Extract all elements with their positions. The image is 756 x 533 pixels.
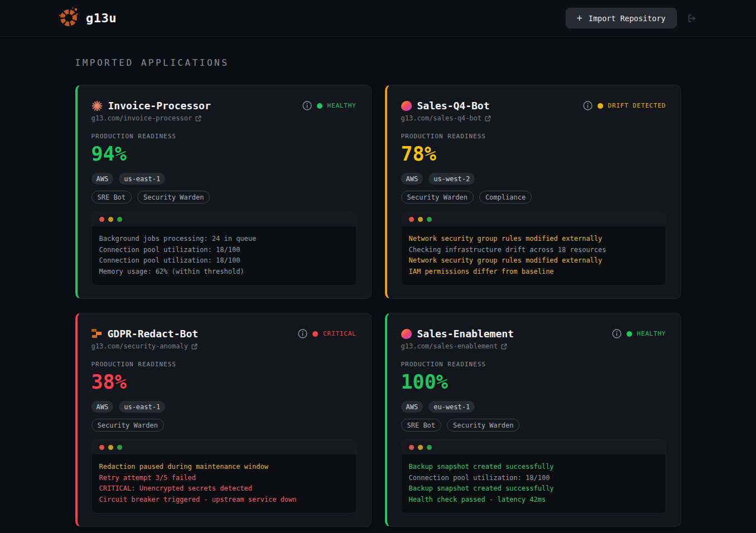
infra-tags: AWSus-east-1	[92, 173, 357, 185]
agent-tags: SRE BotSecurity Warden	[401, 419, 666, 432]
external-link-icon	[195, 115, 201, 122]
readiness-value: 78%	[401, 142, 666, 166]
gradient-blob-icon	[401, 101, 412, 111]
app-url-link[interactable]: g13.com/security-anomaly	[92, 342, 198, 350]
terminal-red-dot-icon	[99, 217, 104, 222]
infra-tag: us-east-1	[119, 401, 165, 413]
infra-tags: AWSeu-west-1	[401, 401, 666, 413]
agent-tag: Compliance	[479, 191, 532, 203]
terminal-log-line: Health check passed - latency 42ms	[409, 495, 658, 506]
agent-tag: Security Warden	[92, 419, 164, 432]
app-url-link[interactable]: g13.com/invoice-processor	[92, 114, 202, 122]
app-name: Sales-Q4-Bot	[417, 100, 490, 112]
info-icon[interactable]	[298, 329, 307, 338]
agent-tags: Security WardenCompliance	[401, 191, 666, 203]
brand[interactable]: G g13u	[58, 7, 117, 30]
infra-tags: AWSus-east-1	[92, 401, 357, 413]
terminal-log-line: Backup snapshot created successfully	[409, 483, 658, 495]
status-dot	[627, 331, 632, 337]
terminal-log-line: Circuit breaker triggered - upstream ser…	[99, 495, 349, 506]
app-url-text: g13.com/security-anomaly	[92, 342, 188, 350]
agent-tag: SRE Bot	[92, 191, 132, 203]
app-card: Sales-Q4-Bot DRIFT DETECTED g13.com/sale…	[385, 85, 681, 299]
info-icon[interactable]	[583, 101, 593, 110]
status-dot	[317, 103, 322, 109]
top-bar: G g13u + Import Repository	[0, 0, 756, 37]
logout-icon[interactable]	[687, 13, 697, 23]
infra-tag: AWS	[92, 173, 114, 185]
info-icon[interactable]	[302, 101, 312, 110]
terminal-yellow-dot-icon	[108, 445, 113, 450]
status-label: DRIFT DETECTED	[608, 102, 666, 109]
agent-tags: SRE BotSecurity Warden	[92, 191, 357, 203]
external-link-icon	[501, 343, 507, 350]
readiness-label: PRODUCTION READINESS	[92, 133, 357, 140]
starburst-icon	[92, 100, 103, 112]
terminal-log-list: Backup snapshot created successfullyConn…	[402, 454, 666, 513]
agent-tag: Security Warden	[401, 191, 474, 203]
terminal-log-list: Redaction paused during maintenance wind…	[92, 454, 356, 513]
terminal-red-dot-icon	[409, 445, 414, 450]
infra-tag: AWS	[401, 173, 423, 185]
terminal-window: Redaction paused during maintenance wind…	[92, 439, 357, 513]
terminal-red-dot-icon	[409, 217, 414, 222]
status-dot	[312, 331, 318, 337]
terminal-window: Backup snapshot created successfullyConn…	[401, 439, 666, 513]
app-url-text: g13.com/invoice-processor	[92, 114, 192, 122]
agent-tags: Security Warden	[92, 419, 357, 432]
readiness-value: 38%	[92, 370, 357, 394]
readiness-label: PRODUCTION READINESS	[401, 133, 666, 140]
external-link-icon	[485, 115, 491, 122]
svg-text:G: G	[66, 13, 71, 23]
readiness-value: 94%	[92, 142, 357, 166]
terminal-yellow-dot-icon	[418, 217, 423, 222]
info-icon[interactable]	[612, 329, 622, 338]
readiness-value: 100%	[401, 370, 666, 394]
terminal-log-list: Network security group rules modified ex…	[402, 226, 666, 285]
gradient-blob-icon	[401, 329, 412, 339]
external-link-icon	[191, 343, 198, 350]
app-url-link[interactable]: g13.com/sales-q4-bot	[401, 114, 492, 122]
app-url-text: g13.com/sales-enablement	[401, 342, 498, 350]
infra-tag: AWS	[401, 401, 423, 413]
terminal-log-line: Memory usage: 62% (within threshold)	[99, 266, 349, 278]
terminal-log-line: IAM permissions differ from baseline	[409, 266, 658, 278]
terminal-log-line: Redaction paused during maintenance wind…	[99, 462, 349, 473]
app-card: Invoice-Processor HEALTHY g13.com/invoic…	[75, 85, 372, 299]
agent-tag: SRE Bot	[401, 419, 442, 432]
terminal-window: Background jobs processing: 24 in queueC…	[92, 211, 357, 285]
app-url-link[interactable]: g13.com/sales-enablement	[401, 342, 507, 350]
terminal-log-line: Network security group rules modified ex…	[409, 234, 658, 245]
status-label: CRITICAL	[323, 330, 356, 337]
app-name: GDPR-Redact-Bot	[108, 328, 199, 340]
terminal-log-line: Checking infrastructure drift across 18 …	[409, 245, 658, 256]
terminal-yellow-dot-icon	[108, 217, 113, 222]
terminal-red-dot-icon	[99, 445, 104, 450]
readiness-label: PRODUCTION READINESS	[401, 361, 666, 368]
terminal-green-dot-icon	[427, 217, 432, 222]
terminal-log-list: Background jobs processing: 24 in queueC…	[92, 226, 356, 285]
terminal-log-line: Network security group rules modified ex…	[409, 255, 658, 266]
terminal-green-dot-icon	[117, 217, 122, 222]
terminal-log-line: Connection pool utilization: 18/100	[99, 245, 349, 256]
agent-tag: Security Warden	[447, 419, 519, 432]
terminal-log-line: Background jobs processing: 24 in queue	[99, 234, 349, 245]
import-repository-button[interactable]: + Import Repository	[566, 8, 677, 28]
infra-tag: us-east-1	[119, 173, 165, 185]
agent-tag: Security Warden	[137, 191, 210, 203]
infra-tag: AWS	[92, 401, 114, 413]
app-url-text: g13.com/sales-q4-bot	[401, 114, 482, 122]
terminal-log-line: Connection pool utilization: 18/100	[99, 255, 349, 266]
status-dot	[598, 103, 603, 109]
plus-icon: +	[577, 13, 582, 23]
terminal-log-line: Connection pool utilization: 18/100	[409, 473, 658, 484]
app-name: Sales-Enablement	[417, 328, 514, 340]
terminal-green-dot-icon	[427, 445, 432, 450]
status-label: HEALTHY	[637, 330, 666, 337]
infra-tags: AWSus-west-2	[401, 173, 666, 185]
terminal-log-line: CRITICAL: Unencrypted secrets detected	[99, 483, 349, 495]
terminal-titlebar	[92, 440, 356, 454]
brand-logo-icon: G	[58, 7, 79, 30]
terminal-green-dot-icon	[117, 445, 122, 450]
app-name: Invoice-Processor	[108, 100, 211, 112]
